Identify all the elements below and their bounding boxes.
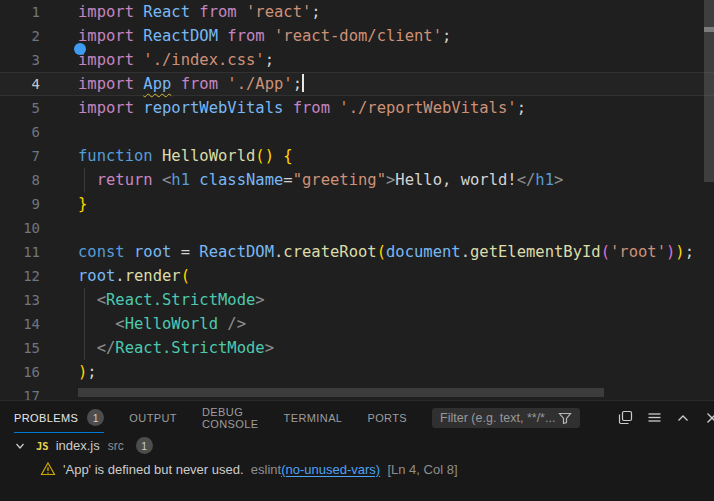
stacked-panels-icon[interactable] [615, 408, 635, 428]
code-line-10[interactable]: 10 [0, 216, 714, 240]
code-token: from [181, 75, 228, 93]
touch-cursor-handle[interactable] [74, 43, 86, 55]
tab-debug-console[interactable]: DEBUG CONSOLE [202, 401, 259, 434]
code-token: reportWebVitals [143, 99, 292, 117]
code-token: 'root' [610, 243, 666, 261]
code-token: './App' [227, 75, 292, 93]
code-token: ( [601, 243, 610, 261]
code-token: ( [181, 267, 190, 285]
code-token: </ [97, 339, 116, 357]
line-number: 11 [0, 240, 40, 264]
code-line-15[interactable]: 15 </React.StrictMode> [0, 336, 714, 360]
problems-filter-input[interactable]: Filter (e.g. text, **/*... [432, 408, 580, 428]
line-number: 13 [0, 288, 40, 312]
code-token: > [386, 171, 395, 189]
code-token [274, 147, 283, 165]
tab-output[interactable]: OUTPUT [129, 401, 177, 434]
code-text: root.render( [78, 264, 190, 288]
problem-item-row[interactable]: 'App' is defined but never used. eslint … [0, 457, 714, 481]
code-token: = [283, 171, 292, 189]
code-token: function [78, 147, 162, 165]
code-token: 'react-dom/client' [274, 27, 442, 45]
chevron-down-icon[interactable] [12, 438, 28, 454]
code-token: ; [685, 243, 694, 261]
code-token: ; [311, 3, 320, 21]
tab-problems-label: PROBLEMS [14, 412, 78, 424]
filter-funnel-icon[interactable] [555, 408, 575, 428]
code-text: function HelloWorld() { [78, 144, 293, 168]
code-token: ; [87, 363, 96, 381]
code-text: import './index.css'; [78, 48, 274, 72]
code-line-2[interactable]: 2import ReactDOM from 'react-dom/client'… [0, 24, 714, 48]
code-token: < [162, 171, 171, 189]
code-text: ); [78, 360, 97, 384]
code-token: createRoot [283, 243, 376, 261]
indent-guide [84, 288, 85, 312]
indent-guide [84, 336, 85, 360]
code-token: > [554, 171, 563, 189]
code-token: h1 [171, 171, 199, 189]
code-line-3[interactable]: 3import './index.css'; [0, 48, 714, 72]
code-token: = [181, 243, 200, 261]
code-token: import [78, 75, 143, 93]
code-line-8[interactable]: 8 return <h1 className="greeting">Hello,… [0, 168, 714, 192]
tab-ports[interactable]: PORTS [367, 401, 407, 434]
code-token: className [199, 171, 283, 189]
code-token: . [461, 243, 470, 261]
bottom-panel: PROBLEMS 1 OUTPUT DEBUG CONSOLE TERMINAL… [0, 400, 714, 501]
code-token: ; [265, 51, 274, 69]
horizontal-scrollbar[interactable] [78, 388, 604, 397]
code-token: } [78, 195, 87, 213]
code-line-7[interactable]: 7function HelloWorld() { [0, 144, 714, 168]
code-token: const [78, 243, 134, 261]
code-token: h1 [535, 171, 554, 189]
code-token: ( [377, 243, 386, 261]
code-line-5[interactable]: 5import reportWebVitals from './reportWe… [0, 96, 714, 120]
filter-placeholder: Filter (e.g. text, **/*... [440, 411, 555, 425]
code-text: import App from './App'; [78, 72, 304, 96]
code-token: return [97, 171, 162, 189]
problems-count-badge: 1 [87, 409, 104, 426]
line-number: 14 [0, 312, 40, 336]
line-number: 8 [0, 168, 40, 192]
code-text: import React from 'react'; [78, 0, 321, 24]
code-line-13[interactable]: 13 <React.StrictMode> [0, 288, 714, 312]
tab-terminal[interactable]: TERMINAL [284, 401, 343, 434]
code-text: const root = ReactDOM.createRoot(documen… [78, 240, 694, 264]
code-line-11[interactable]: 11const root = ReactDOM.createRoot(docum… [0, 240, 714, 264]
line-number: 17 [0, 384, 40, 400]
code-line-4[interactable]: 4import App from './App'; [0, 72, 714, 96]
panel-header-icons [615, 408, 714, 428]
code-line-12[interactable]: 12root.render( [0, 264, 714, 288]
code-line-6[interactable]: 6 [0, 120, 714, 144]
problem-rule-link[interactable]: (no-unused-vars) [281, 462, 380, 477]
close-panel-icon[interactable] [702, 408, 714, 428]
list-view-icon[interactable] [644, 408, 664, 428]
code-text: </React.StrictMode> [78, 336, 274, 360]
problem-source: eslint [244, 462, 282, 477]
code-line-14[interactable]: 14 <HelloWorld /> [0, 312, 714, 336]
code-token: ReactDOM [199, 243, 274, 261]
code-text: return <h1 className="greeting">Hello, w… [78, 168, 563, 192]
code-token: import [78, 99, 143, 117]
line-number: 6 [0, 120, 40, 144]
code-text: <React.StrictMode> [78, 288, 265, 312]
code-line-9[interactable]: 9} [0, 192, 714, 216]
code-lines: 1import React from 'react';2import React… [0, 0, 714, 400]
problems-file-group-row[interactable]: JS index.js src 1 [0, 434, 714, 457]
line-number: 3 [0, 48, 40, 72]
code-token: { [283, 147, 292, 165]
code-token: . [274, 243, 283, 261]
code-editor[interactable]: 1import React from 'react';2import React… [0, 0, 714, 400]
maximize-panel-icon[interactable] [673, 408, 693, 428]
code-line-16[interactable]: 16); [0, 360, 714, 384]
code-token: ; [517, 99, 526, 117]
code-line-1[interactable]: 1import React from 'react'; [0, 0, 714, 24]
code-text: import reportWebVitals from './reportWeb… [78, 96, 526, 120]
code-token: ) [666, 243, 675, 261]
indent-guide [84, 312, 85, 336]
code-token: > [265, 339, 274, 357]
tab-problems[interactable]: PROBLEMS 1 [14, 401, 104, 434]
code-text: } [78, 192, 87, 216]
code-token [78, 291, 97, 309]
